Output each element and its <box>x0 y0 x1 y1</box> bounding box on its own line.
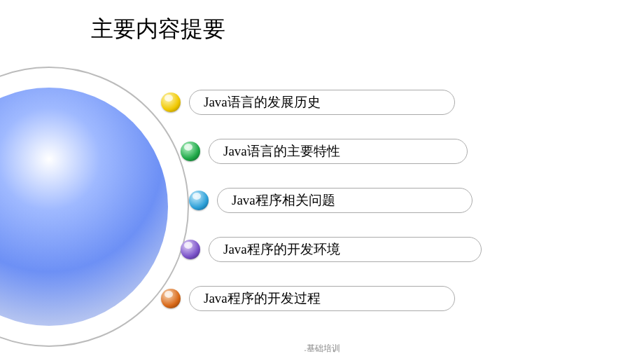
bullet-icon <box>161 93 181 112</box>
list-item: Java程序的开发过程 <box>161 286 455 311</box>
item-label: Java语言的发展历史 <box>204 93 321 111</box>
bullet-icon <box>161 289 181 308</box>
bullet-icon <box>181 142 200 161</box>
item-label: Java程序相关问题 <box>232 191 335 210</box>
item-pill: Java语言的主要特性 <box>209 139 468 164</box>
item-pill: Java程序的开发过程 <box>189 286 455 311</box>
item-pill: Java程序相关问题 <box>217 188 472 213</box>
decorative-circle-inner <box>0 88 168 326</box>
slide-title: 主要内容提要 <box>91 14 225 45</box>
footer-text: .基础培训 <box>304 343 340 355</box>
bullet-icon <box>181 240 200 259</box>
item-pill: Java语言的发展历史 <box>189 90 455 115</box>
list-item: Java程序相关问题 <box>189 188 472 213</box>
item-label: Java语言的主要特性 <box>223 142 340 160</box>
list-item: Java语言的发展历史 <box>161 90 455 115</box>
item-label: Java程序的开发环境 <box>223 240 340 259</box>
bullet-icon <box>189 191 209 210</box>
item-label: Java程序的开发过程 <box>204 289 321 308</box>
item-pill: Java程序的开发环境 <box>209 237 482 262</box>
list-item: Java语言的主要特性 <box>181 139 468 164</box>
list-item: Java程序的开发环境 <box>181 237 482 262</box>
